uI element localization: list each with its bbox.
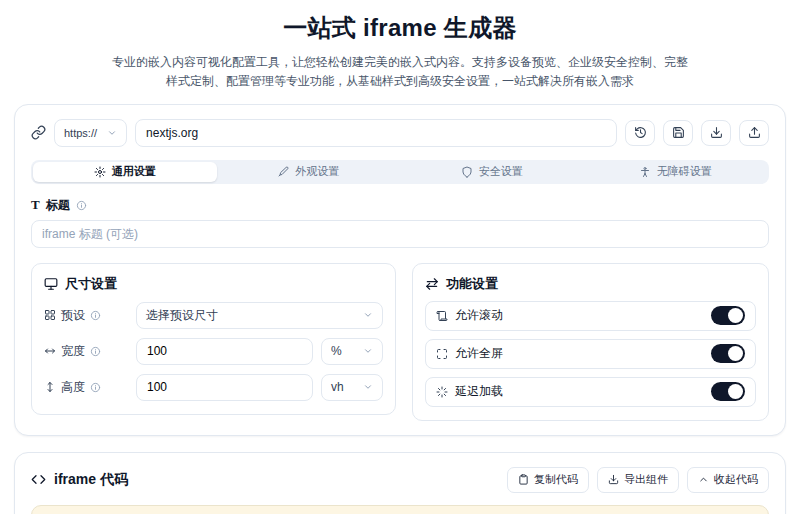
- export-button[interactable]: [739, 120, 769, 146]
- chevron-up-icon: [698, 474, 709, 485]
- toggle-row-scrolling: 允许滚动: [425, 301, 756, 331]
- copy-icon: [518, 474, 529, 485]
- fullscreen-icon: [436, 348, 448, 360]
- page: 一站式 iframe 生成器 专业的嵌入内容可视化配置工具，让您轻松创建完美的嵌…: [0, 0, 800, 514]
- feature-settings-card: 功能设置 允许滚动 允许全屏: [412, 263, 769, 421]
- save-icon: [672, 126, 685, 139]
- tab-accessibility[interactable]: 无障碍设置: [584, 162, 768, 182]
- code-icon: [31, 472, 46, 487]
- feature-settings-heading: 功能设置: [425, 275, 756, 293]
- size-settings-heading: 尺寸设置: [44, 275, 383, 293]
- tab-label: 通用设置: [112, 164, 156, 179]
- code-actions: 复制代码 导出组件 收起代码: [507, 467, 769, 493]
- subtitle-line-1: 专业的嵌入内容可视化配置工具，让您轻松创建完美的嵌入式内容。支持多设备预览、企业…: [14, 53, 786, 72]
- height-row: 高度 vh: [44, 374, 383, 401]
- chevron-down-icon: [107, 128, 117, 138]
- height-arrows-icon: [44, 381, 56, 393]
- info-icon[interactable]: [76, 200, 87, 211]
- height-label-text: 高度: [61, 379, 85, 396]
- tab-label: 安全设置: [479, 164, 523, 179]
- size-settings-card: 尺寸设置 预设 选择预设尺寸 宽度: [31, 263, 396, 415]
- url-input[interactable]: [135, 119, 617, 147]
- preset-label-text: 预设: [61, 307, 85, 324]
- toggle-row-fullscreen: 允许全屏: [425, 339, 756, 369]
- monitor-icon: [44, 277, 58, 291]
- toggle-label: 允许全屏: [436, 345, 503, 362]
- page-title: 一站式 iframe 生成器: [14, 12, 786, 44]
- type-icon: T: [31, 197, 40, 213]
- export-component-button[interactable]: 导出组件: [597, 467, 679, 493]
- chevron-down-icon: [363, 310, 373, 320]
- height-unit-value: vh: [331, 380, 344, 394]
- collapse-code-button[interactable]: 收起代码: [687, 467, 769, 493]
- size-heading-text: 尺寸设置: [65, 275, 117, 293]
- preset-select-value: 选择预设尺寸: [146, 307, 218, 324]
- save-button[interactable]: [663, 120, 693, 146]
- preset-row: 预设 选择预设尺寸: [44, 302, 383, 329]
- chevron-down-icon: [363, 346, 373, 356]
- height-unit-select[interactable]: vh: [321, 374, 383, 401]
- toggle-label: 延迟加载: [436, 383, 503, 400]
- info-icon[interactable]: [90, 310, 101, 321]
- preset-label: 预设: [44, 307, 128, 324]
- history-icon: [634, 126, 647, 139]
- tab-general[interactable]: 通用设置: [33, 162, 217, 182]
- subtitle-line-2: 样式定制、配置管理等专业功能，从基础样式到高级安全设置，一站式解决所有嵌入需求: [14, 72, 786, 91]
- loader-icon: [436, 386, 448, 398]
- code-title-text: iframe 代码: [54, 471, 128, 489]
- settings-columns: 尺寸设置 预设 选择预设尺寸 宽度: [31, 263, 769, 421]
- title-label-text: 标题: [46, 197, 70, 214]
- toggle-label-text: 允许全屏: [455, 345, 503, 362]
- width-unit-select[interactable]: %: [321, 338, 383, 365]
- copy-code-button[interactable]: 复制代码: [507, 467, 589, 493]
- page-subtitle: 专业的嵌入内容可视化配置工具，让您轻松创建完美的嵌入式内容。支持多设备预览、企业…: [14, 53, 786, 92]
- allow-scrolling-toggle[interactable]: [711, 306, 745, 325]
- copy-button-label: 复制代码: [534, 472, 578, 487]
- import-button[interactable]: [701, 120, 731, 146]
- toggle-label-text: 延迟加载: [455, 383, 503, 400]
- collapse-button-label: 收起代码: [714, 472, 758, 487]
- shield-icon: [461, 166, 473, 178]
- paintbrush-icon: [277, 166, 289, 178]
- features-icon: [425, 277, 439, 291]
- toggle-label: 允许滚动: [436, 307, 503, 324]
- code-block: 1<iframe2 src="https://nextjs.org" width…: [31, 505, 769, 514]
- url-bar: https://: [31, 119, 769, 147]
- chevron-down-icon: [363, 382, 373, 392]
- scroll-icon: [436, 310, 448, 322]
- width-arrows-icon: [44, 345, 56, 357]
- preset-icon: [44, 309, 56, 321]
- upload-icon: [748, 126, 761, 139]
- tab-appearance[interactable]: 外观设置: [217, 162, 401, 182]
- tab-label: 无障碍设置: [657, 164, 712, 179]
- protocol-select[interactable]: https://: [54, 119, 127, 147]
- export-button-label: 导出组件: [624, 472, 668, 487]
- feature-heading-text: 功能设置: [446, 275, 498, 293]
- allow-fullscreen-toggle[interactable]: [711, 344, 745, 363]
- code-header: iframe 代码 复制代码 导出组件 收起代码: [31, 467, 769, 493]
- toggle-label-text: 允许滚动: [455, 307, 503, 324]
- info-icon[interactable]: [90, 346, 101, 357]
- preset-select[interactable]: 选择预设尺寸: [136, 302, 383, 329]
- title-input[interactable]: [31, 220, 769, 248]
- code-card: iframe 代码 复制代码 导出组件 收起代码 1<iframe2 src="…: [14, 452, 786, 514]
- width-label-text: 宽度: [61, 343, 85, 360]
- info-icon[interactable]: [90, 382, 101, 393]
- lazy-load-toggle[interactable]: [711, 382, 745, 401]
- link-icon: [31, 125, 46, 140]
- download-icon: [710, 126, 723, 139]
- tab-security[interactable]: 安全设置: [400, 162, 584, 182]
- width-input[interactable]: [136, 338, 313, 365]
- history-button[interactable]: [625, 120, 655, 146]
- gear-icon: [94, 166, 106, 178]
- protocol-value: https://: [64, 127, 97, 139]
- width-unit-value: %: [331, 344, 342, 358]
- settings-tabs: 通用设置 外观设置 安全设置 无障碍设置: [31, 160, 769, 184]
- config-card: https:// 通用设置: [14, 104, 786, 436]
- code-title: iframe 代码: [31, 471, 128, 489]
- accessibility-icon: [639, 166, 651, 178]
- height-input[interactable]: [136, 374, 313, 401]
- width-label: 宽度: [44, 343, 128, 360]
- tab-label: 外观设置: [295, 164, 339, 179]
- width-row: 宽度 %: [44, 338, 383, 365]
